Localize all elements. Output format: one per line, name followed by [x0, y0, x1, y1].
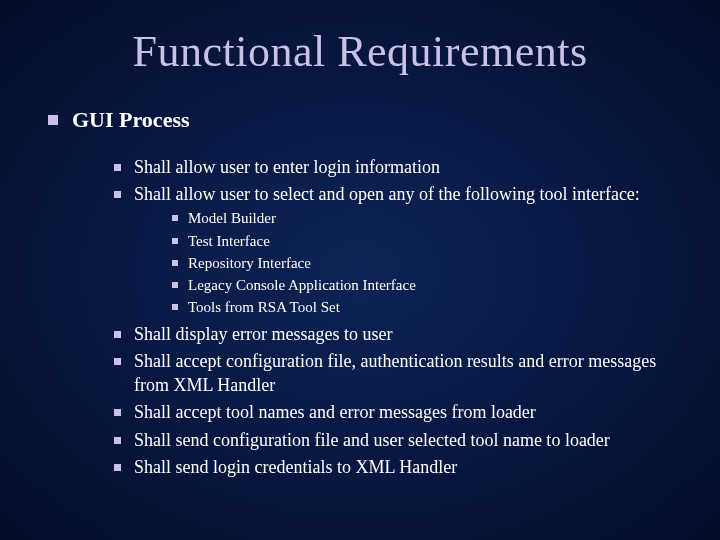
item-text: Shall send configuration file and user s… [134, 430, 610, 450]
item-text: Repository Interface [188, 255, 311, 271]
list-item: Shall send login credentials to XML Hand… [112, 455, 676, 479]
level3-list: Model Builder Test Interface Repository … [170, 208, 676, 317]
list-item: Shall allow user to select and open any … [112, 182, 676, 318]
item-text: Shall display error messages to user [134, 324, 392, 344]
list-item: Repository Interface [170, 253, 676, 273]
item-text: Shall accept configuration file, authent… [134, 351, 656, 395]
section-heading-text: GUI Process [72, 107, 190, 132]
list-item: Test Interface [170, 231, 676, 251]
list-item: Tools from RSA Tool Set [170, 297, 676, 317]
list-item: Shall send configuration file and user s… [112, 428, 676, 452]
item-text: Model Builder [188, 210, 276, 226]
item-text: Shall allow user to select and open any … [134, 184, 640, 204]
item-text: Test Interface [188, 233, 270, 249]
list-item: Shall accept tool names and error messag… [112, 400, 676, 424]
item-text: Shall allow user to enter login informat… [134, 157, 440, 177]
list-item: Shall allow user to enter login informat… [112, 155, 676, 179]
item-text: Shall send login credentials to XML Hand… [134, 457, 457, 477]
section-heading: GUI Process Shall allow user to enter lo… [44, 105, 676, 479]
item-text: Tools from RSA Tool Set [188, 299, 340, 315]
item-text: Legacy Console Application Interface [188, 277, 416, 293]
item-text: Shall accept tool names and error messag… [134, 402, 536, 422]
level1-list: GUI Process Shall allow user to enter lo… [44, 105, 676, 479]
list-item: Shall display error messages to user [112, 322, 676, 346]
level2-list: Shall allow user to enter login informat… [112, 155, 676, 480]
list-item: Model Builder [170, 208, 676, 228]
slide: Functional Requirements GUI Process Shal… [0, 0, 720, 540]
list-item: Legacy Console Application Interface [170, 275, 676, 295]
list-item: Shall accept configuration file, authent… [112, 349, 676, 398]
slide-title: Functional Requirements [44, 26, 676, 77]
